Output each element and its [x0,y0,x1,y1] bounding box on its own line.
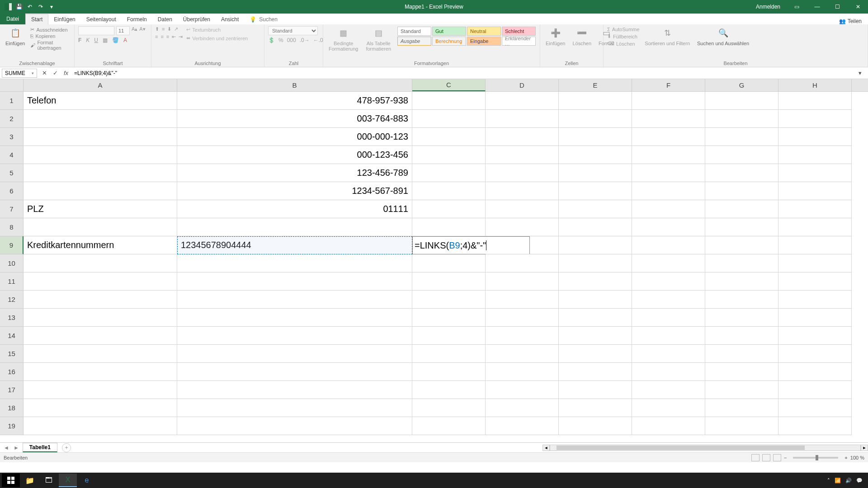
cell-f15[interactable] [632,345,705,363]
increase-font-icon[interactable]: A▴ [132,26,137,35]
taskbar-excel[interactable]: X [59,474,77,487]
cell-g17[interactable] [705,381,778,399]
cell-d16[interactable] [486,363,559,381]
cell-d19[interactable] [486,417,559,435]
cell-h15[interactable] [778,345,852,363]
cell-d15[interactable] [486,345,559,363]
font-color-button[interactable]: A [123,37,127,43]
copy-button[interactable]: ⎘Kopieren [30,33,71,39]
border-button[interactable]: ▦ [103,37,108,43]
hscroll-left-button[interactable]: ◄ [542,445,550,451]
cell-f9[interactable] [632,236,705,254]
cell-g7[interactable] [705,200,778,218]
cell-a2[interactable] [24,110,177,128]
cell-g8[interactable] [705,218,778,236]
format-as-table-button[interactable]: ▤Als Tabelle formatieren [363,26,393,52]
cell-d12[interactable] [486,291,559,309]
cell-g15[interactable] [705,345,778,363]
style-standard[interactable]: Standard [397,27,431,36]
cell-h10[interactable] [778,254,852,272]
cell-d4[interactable] [486,146,559,164]
cell-c1[interactable] [412,92,486,110]
hscroll-right-button[interactable]: ► [861,445,868,451]
cell-g5[interactable] [705,164,778,182]
cell-b1[interactable]: 478-957-938 [177,92,412,110]
cell-b9[interactable]: 12345678904444 [177,236,412,254]
cell-e1[interactable] [559,92,632,110]
cell-g10[interactable] [705,254,778,272]
undo-icon[interactable]: ↶ [25,2,34,11]
cell-d3[interactable] [486,128,559,146]
style-calculation[interactable]: Berechnung [432,37,466,46]
align-top-icon[interactable]: ⬆ [155,26,159,32]
align-center-icon[interactable]: ≡ [160,34,163,40]
cell-h2[interactable] [778,110,852,128]
tab-data[interactable]: Daten [152,14,178,24]
cell-b10[interactable] [177,254,412,272]
zoom-out-button[interactable]: − [784,455,787,460]
col-header-d[interactable]: D [486,79,559,91]
cell-e9[interactable] [559,236,632,254]
cell-a12[interactable] [24,291,177,309]
cell-c4[interactable] [412,146,486,164]
cell-d10[interactable] [486,254,559,272]
enter-formula-button[interactable]: ✓ [50,70,61,76]
cell-h19[interactable] [778,417,852,435]
cell-f14[interactable] [632,327,705,345]
tray-volume-icon[interactable]: 🔊 [845,478,852,483]
cell-e4[interactable] [559,146,632,164]
cell-g2[interactable] [705,110,778,128]
cell-d7[interactable] [486,200,559,218]
cell-g1[interactable] [705,92,778,110]
format-painter-button[interactable]: 🖌Format übertragen [30,39,71,51]
autosum-button[interactable]: ΣAutoSumme [607,26,639,33]
row-header-11[interactable]: 11 [0,272,24,291]
font-family-select[interactable] [78,26,114,35]
row-header-17[interactable]: 17 [0,381,24,399]
cell-b12[interactable] [177,291,412,309]
cell-b4[interactable]: 000-123-456 [177,146,412,164]
merge-center-button[interactable]: ⬌Verbinden und zentrieren [186,35,248,42]
cell-d1[interactable] [486,92,559,110]
cell-g3[interactable] [705,128,778,146]
sort-filter-button[interactable]: ⇅Sortieren und Filtern [643,26,692,47]
cell-f10[interactable] [632,254,705,272]
cell-e13[interactable] [559,309,632,327]
style-input[interactable]: Eingabe [467,37,501,46]
tab-page-layout[interactable]: Seitenlayout [81,14,122,24]
minimize-button[interactable]: — [807,0,827,14]
increase-indent-icon[interactable]: ⇥ [179,34,183,40]
cell-d9[interactable] [486,236,559,254]
tray-notifications-icon[interactable]: 💬 [856,478,863,483]
sheet-nav-next-icon[interactable]: ► [14,445,19,451]
col-header-c[interactable]: C [412,79,486,91]
style-good[interactable]: Gut [432,27,466,36]
cell-b16[interactable] [177,363,412,381]
qat-customize-icon[interactable]: ▾ [47,2,56,11]
view-normal-button[interactable] [751,454,760,461]
cell-f7[interactable] [632,200,705,218]
cell-a7[interactable]: PLZ [24,200,177,218]
cell-g19[interactable] [705,417,778,435]
ribbon-display-icon[interactable]: ▭ [787,0,807,14]
cell-d13[interactable] [486,309,559,327]
insert-cells-button[interactable]: ➕Einfügen [544,26,567,47]
cell-b8[interactable] [177,218,412,236]
cell-c11[interactable] [412,272,486,291]
cell-h5[interactable] [778,164,852,182]
col-header-a[interactable]: A [24,79,177,91]
view-page-break-button[interactable] [773,454,781,461]
cell-e10[interactable] [559,254,632,272]
cell-b14[interactable] [177,327,412,345]
tray-chevron-icon[interactable]: ˄ [827,478,830,483]
cell-h13[interactable] [778,309,852,327]
align-left-icon[interactable]: ≡ [155,34,158,40]
decrease-font-icon[interactable]: A▾ [139,26,145,35]
cell-b5[interactable]: 123-456-789 [177,164,412,182]
cell-e6[interactable] [559,182,632,200]
cell-c13[interactable] [412,309,486,327]
percent-icon[interactable]: % [278,37,283,43]
cell-f17[interactable] [632,381,705,399]
row-header-6[interactable]: 6 [0,182,24,200]
col-header-b[interactable]: B [177,79,412,91]
